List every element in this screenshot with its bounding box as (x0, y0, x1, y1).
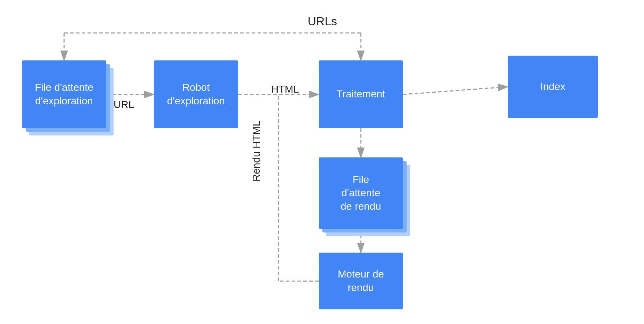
label-rendu-html: Rendu HTML (251, 120, 262, 182)
index-box: Index (508, 56, 598, 118)
label-html: HTML (271, 83, 299, 95)
render-queue-box: Filed'attentede rendu (319, 157, 403, 229)
render-engine-box: Moteur derendu (319, 253, 403, 309)
processing-box: Traitement (319, 60, 403, 128)
diagram-container: URLs HTML URL Rendu HTML File d'attente … (0, 0, 644, 324)
svg-line-6 (403, 87, 508, 94)
render-queue-label: Filed'attentede rendu (341, 173, 381, 213)
crawl-bot-box: Robotd'exploration (154, 60, 238, 128)
label-url: URL (114, 99, 134, 111)
label-urls: URLs (308, 15, 337, 28)
index-label: Index (540, 80, 566, 93)
render-engine-label: Moteur derendu (338, 268, 384, 294)
crawl-queue-box: File d'attente d'exploration (22, 60, 106, 128)
processing-label: Traitement (337, 87, 385, 101)
crawl-bot-label: Robotd'exploration (167, 81, 225, 108)
crawl-queue-label: File d'attente d'exploration (22, 81, 106, 108)
